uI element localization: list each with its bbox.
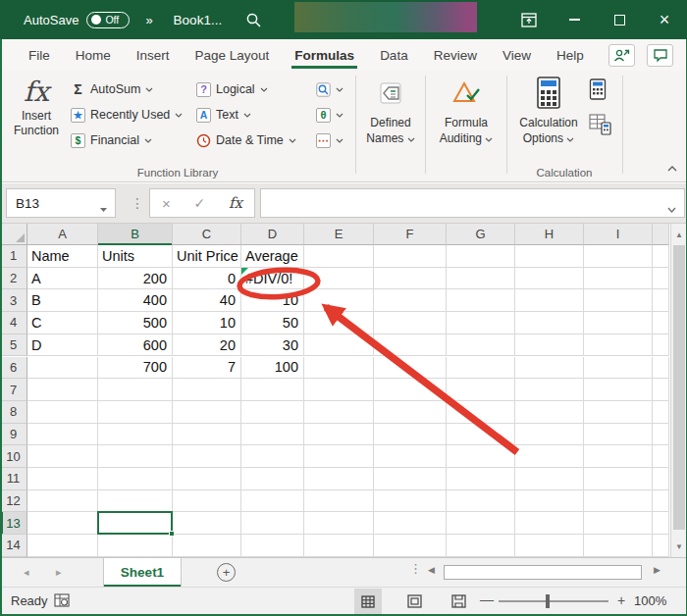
cell-I9[interactable] (584, 424, 653, 446)
cell-I13[interactable] (584, 512, 653, 535)
row-header-11[interactable]: 11 (0, 468, 27, 490)
cell-A5[interactable]: D (27, 334, 98, 357)
cell-C3[interactable]: 40 (173, 289, 241, 312)
search-icon[interactable] (245, 12, 262, 28)
cell-B11[interactable] (98, 468, 173, 490)
zoom-in-button[interactable]: + (617, 592, 625, 608)
cell-A12[interactable] (27, 490, 98, 513)
autosave-toggle[interactable]: Off (86, 12, 130, 28)
cell-D8[interactable] (241, 401, 304, 424)
cell-H13[interactable] (515, 512, 584, 535)
cell-D11[interactable] (241, 468, 304, 490)
cell-H8[interactable] (515, 401, 584, 424)
collapse-ribbon-icon[interactable] (667, 158, 677, 176)
cell-B6[interactable]: 700 (98, 357, 173, 380)
cell-D1[interactable]: Average (241, 245, 304, 268)
new-sheet-button[interactable]: + (217, 563, 236, 582)
cell-G9[interactable] (447, 424, 515, 446)
cell-D2[interactable]: #DIV/0! (241, 268, 304, 290)
zoom-out-button[interactable]: — (480, 591, 494, 607)
row-header-9[interactable]: 9 (0, 424, 27, 446)
cell-clipped1[interactable] (653, 245, 669, 268)
cell-F13[interactable] (374, 512, 447, 535)
horizontal-scrollbar-thumb[interactable] (444, 565, 642, 580)
cell-D5[interactable]: 30 (241, 334, 304, 357)
row-header-13[interactable]: 13 (0, 512, 27, 535)
cell-A14[interactable] (27, 535, 98, 557)
cell-C9[interactable] (173, 424, 241, 446)
cell-B12[interactable] (98, 490, 173, 513)
cell-clipped14[interactable] (653, 535, 669, 557)
cell-H6[interactable] (515, 357, 584, 380)
calculate-now-icon[interactable] (589, 78, 612, 104)
ribbon-display-options-button[interactable] (506, 0, 552, 39)
cell-B3[interactable]: 400 (98, 289, 173, 312)
menu-recently-used[interactable]: ★Recently Used (71, 102, 183, 128)
cell-F14[interactable] (374, 535, 447, 557)
cell-C14[interactable] (173, 535, 241, 557)
hscroll-left-icon[interactable]: ◀ (428, 565, 435, 575)
cell-D3[interactable]: 10 (241, 289, 304, 312)
cell-A1[interactable]: Name (27, 245, 98, 268)
tab-review[interactable]: Review (421, 39, 490, 71)
cell-C10[interactable] (173, 445, 241, 468)
column-header-D[interactable]: D (241, 224, 304, 245)
cell-F10[interactable] (374, 445, 447, 468)
select-all-button[interactable] (0, 224, 27, 245)
cell-clipped2[interactable] (653, 268, 669, 290)
selected-cell-B13[interactable] (97, 511, 173, 535)
row-header-3[interactable]: 3 (0, 289, 27, 312)
tab-home[interactable]: Home (63, 39, 124, 71)
menu-lookup-reference-icon[interactable] (316, 77, 344, 102)
cell-I11[interactable] (584, 468, 653, 490)
row-header-2[interactable]: 2 (0, 268, 27, 290)
cell-B14[interactable] (98, 535, 173, 557)
cell-A8[interactable] (27, 401, 98, 424)
cell-I2[interactable] (584, 268, 653, 290)
row-header-7[interactable]: 7 (0, 379, 27, 401)
zoom-slider-track[interactable] (499, 600, 608, 602)
hscroll-right-icon[interactable]: ▶ (654, 565, 661, 575)
cell-H5[interactable] (515, 334, 584, 357)
cell-A11[interactable] (27, 468, 98, 490)
cell-H10[interactable] (515, 445, 584, 468)
column-header-F[interactable]: F (374, 224, 447, 245)
cell-C1[interactable]: Unit Price (173, 245, 241, 268)
cell-E12[interactable] (304, 490, 374, 513)
previous-sheet-icon[interactable]: ◂ (24, 566, 29, 579)
cell-D13[interactable] (241, 512, 304, 535)
cell-D6[interactable]: 100 (241, 357, 304, 380)
cell-G5[interactable] (447, 334, 515, 357)
column-header-H[interactable]: H (515, 224, 584, 245)
cell-I7[interactable] (584, 379, 653, 401)
cell-A9[interactable] (27, 424, 98, 446)
cell-H12[interactable] (515, 490, 584, 513)
cell-F5[interactable] (374, 334, 447, 357)
cell-E4[interactable] (304, 312, 374, 334)
defined-names-button[interactable]: Defined Names (356, 76, 425, 146)
menu-logical[interactable]: ?Logical (196, 77, 296, 102)
cell-G2[interactable] (447, 268, 515, 290)
cell-F3[interactable] (374, 289, 447, 312)
menu-financial[interactable]: $Financial (71, 128, 183, 153)
cell-D12[interactable] (241, 490, 304, 513)
cell-A10[interactable] (27, 445, 98, 468)
cell-clipped10[interactable] (653, 445, 669, 468)
enter-icon[interactable]: ✓ (194, 195, 206, 211)
cell-G3[interactable] (447, 289, 515, 312)
sheet-tab-sheet1[interactable]: Sheet1 (103, 558, 182, 587)
row-header-12[interactable]: 12 (0, 490, 27, 513)
column-header-E[interactable]: E (304, 224, 374, 245)
cancel-icon[interactable]: × (162, 195, 171, 212)
cell-C4[interactable]: 10 (173, 312, 241, 334)
cell-A13[interactable] (27, 512, 98, 535)
formula-input[interactable] (260, 188, 685, 218)
cell-D7[interactable] (241, 379, 304, 401)
zoom-percentage-label[interactable]: 100% (634, 593, 666, 608)
cell-E8[interactable] (304, 401, 374, 424)
cell-I14[interactable] (584, 535, 653, 557)
cell-clipped9[interactable] (653, 424, 669, 446)
cell-A4[interactable]: C (27, 312, 98, 334)
cell-G7[interactable] (447, 379, 515, 401)
cell-F6[interactable] (374, 357, 447, 380)
